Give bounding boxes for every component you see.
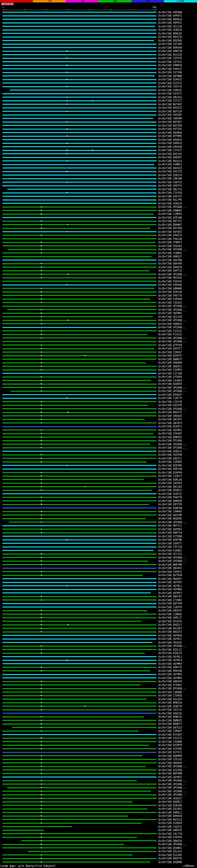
hit-label[interactable]: UniRef100_C5Y927 <box>158 149 182 152</box>
hit-label[interactable]: UniRef100_C6T3W3 <box>158 43 182 45</box>
hit-bar[interactable] <box>2 68 156 69</box>
hit-bar[interactable] <box>2 12 156 12</box>
hit-label[interactable]: UniRef100_B6Q3Y3 <box>158 630 182 633</box>
hit-label[interactable]: UniRef100_Q5B1X0 <box>158 291 182 293</box>
hit-label[interactable]: UniRef100_A6YMF5 <box>158 591 182 594</box>
hit-bar[interactable] <box>2 805 156 806</box>
hit-label[interactable]: UniRef100_Q9VYU0 <box>158 468 182 470</box>
hit-label[interactable]: UniRef100_C0KCN0 <box>158 177 182 180</box>
hit-label[interactable]: UniRef100_Q47B30 <box>158 574 182 577</box>
hit-label[interactable]: UniRef100_C4WRW3 <box>158 510 182 513</box>
hit-label[interactable]: UniRef100_B6QVP1 <box>158 577 182 580</box>
hit-label[interactable]: UniRef100_B6SX14 <box>158 159 182 162</box>
hit-bar[interactable] <box>2 348 155 349</box>
hit-bar[interactable] <box>2 256 152 257</box>
hit-bar[interactable] <box>2 214 153 215</box>
hit-label[interactable]: UniRef100_B9HLR2 <box>158 32 182 35</box>
hit-bar[interactable] <box>2 207 156 208</box>
hit-label[interactable]: UniRef100_A6YM92 <box>158 673 182 676</box>
hit-label[interactable]: UniRef100_Q1HPP0 <box>158 471 182 474</box>
hit-label[interactable]: UniRef100_P14115 <box>158 333 182 336</box>
hit-bar[interactable] <box>2 245 156 246</box>
hit-bar[interactable] <box>2 54 156 55</box>
hit-label[interactable]: UniRef100_C3SY39 <box>158 400 182 403</box>
hit-bar[interactable] <box>2 770 156 770</box>
hit-bar[interactable] <box>2 398 156 399</box>
hit-label[interactable]: UniRef100_A9E685 <box>158 414 182 417</box>
hit-label[interactable]: UniRef100_B9NV92 <box>158 436 182 438</box>
hit-label[interactable]: UniRef100_A1DQ69 <box>158 822 182 825</box>
hit-label[interactable]: UniRef100_B6Y7G1 <box>158 220 182 223</box>
hit-label[interactable]: UniRef100_Q4YZ60 <box>158 227 182 230</box>
hit-bar[interactable] <box>2 465 156 466</box>
hit-label[interactable]: UniRef100_Q3HVZ2 <box>158 78 182 81</box>
hit-bar[interactable] <box>2 738 156 739</box>
hit-bar[interactable] <box>7 189 156 190</box>
hit-label[interactable]: UniRef100_C4ZQM6 <box>158 740 182 743</box>
hit-label[interactable]: UniRef100_A9P8T3 <box>158 14 182 17</box>
hit-label[interactable]: UniRef100_A9REA3 <box>158 142 182 145</box>
hit-bar[interactable] <box>2 97 156 98</box>
hit-label[interactable]: UniRef100_B2B7N5 <box>158 464 182 467</box>
hit-bar[interactable] <box>2 384 156 384</box>
hit-bar[interactable] <box>2 139 156 140</box>
hit-label[interactable]: UniRef100_A9S940 <box>158 145 182 148</box>
hit-bar[interactable] <box>2 539 156 540</box>
hit-bar[interactable] <box>2 653 145 654</box>
hit-label[interactable]: UniRef100_Q56X03 <box>158 245 182 247</box>
hit-bar[interactable] <box>2 228 150 229</box>
hit-label[interactable]: UniRef100_Q4PR93 <box>158 528 182 530</box>
hit-bar[interactable] <box>2 171 156 172</box>
hit-bar[interactable] <box>2 455 156 456</box>
hit-bar[interactable] <box>2 554 156 555</box>
hit-bar[interactable] <box>2 373 156 374</box>
hit-bar[interactable] <box>2 479 144 480</box>
hit-label[interactable]: UniRef100_A6N9M9 <box>158 754 182 757</box>
hit-bar[interactable] <box>2 203 156 204</box>
hit-label[interactable]: UniRef100_B3DLV5 <box>158 652 182 655</box>
hit-bar[interactable] <box>2 493 156 494</box>
hit-bar[interactable] <box>2 146 156 147</box>
hit-bar[interactable] <box>2 642 152 643</box>
hit-bar[interactable] <box>2 639 156 640</box>
hit-bar[interactable] <box>2 458 156 459</box>
hit-bar[interactable] <box>2 412 156 413</box>
hit-bar[interactable] <box>2 164 154 165</box>
hit-bar[interactable] <box>2 518 145 519</box>
hit-bar[interactable] <box>2 507 156 508</box>
hit-label[interactable]: UniRef100_Q3LGG2 <box>158 850 182 853</box>
hit-bar[interactable] <box>2 617 156 618</box>
hit-bar[interactable] <box>9 522 156 523</box>
hit-bar[interactable] <box>2 830 44 831</box>
hit-bar[interactable] <box>2 437 156 438</box>
hit-label[interactable]: UniRef100_B8MBI5 <box>158 719 182 722</box>
hit-label[interactable]: UniRef100_Q6Q765 <box>158 609 182 612</box>
hit-bar[interactable] <box>2 65 156 66</box>
hit-label[interactable]: UniRef100_B4JCL0 <box>158 818 182 821</box>
hit-bar[interactable] <box>2 720 156 721</box>
hit-bar[interactable] <box>2 192 156 193</box>
hit-label[interactable]: UniRef100_A6ZUT0 <box>158 404 182 407</box>
hit-label[interactable]: UniRef100_B6K7M6 <box>158 563 182 566</box>
hit-label[interactable]: UniRef100_A5C234 <box>158 25 182 28</box>
hit-bar[interactable] <box>2 122 156 123</box>
hit-bar[interactable] <box>2 313 156 314</box>
hit-bar[interactable] <box>2 706 156 707</box>
hit-bar[interactable] <box>2 802 132 802</box>
hit-bar[interactable] <box>2 143 156 144</box>
hit-bar[interactable] <box>2 646 156 647</box>
hit-bar[interactable] <box>2 75 155 76</box>
hit-bar[interactable] <box>2 752 156 753</box>
hit-bar[interactable] <box>2 104 156 105</box>
hit-bar[interactable] <box>2 858 156 859</box>
hit-label[interactable]: UniRef100_C6L770 <box>158 832 182 835</box>
hit-bar[interactable] <box>2 699 146 700</box>
hit-label[interactable]: UniRef100_A6YM91 <box>158 429 182 431</box>
hit-bar[interactable] <box>2 497 156 498</box>
hit-bar[interactable] <box>2 167 156 168</box>
hit-label[interactable]: UniRef100_Q4P723 <box>158 270 182 272</box>
hit-label[interactable]: UniRef100_B9FQD7 <box>158 121 182 123</box>
hit-label[interactable]: UniRef100_A9XT43 <box>158 184 182 187</box>
hit-label[interactable]: UniRef100_A6YML2 <box>158 638 182 641</box>
hit-label[interactable]: UniRef100_A3BM51 <box>158 163 182 166</box>
